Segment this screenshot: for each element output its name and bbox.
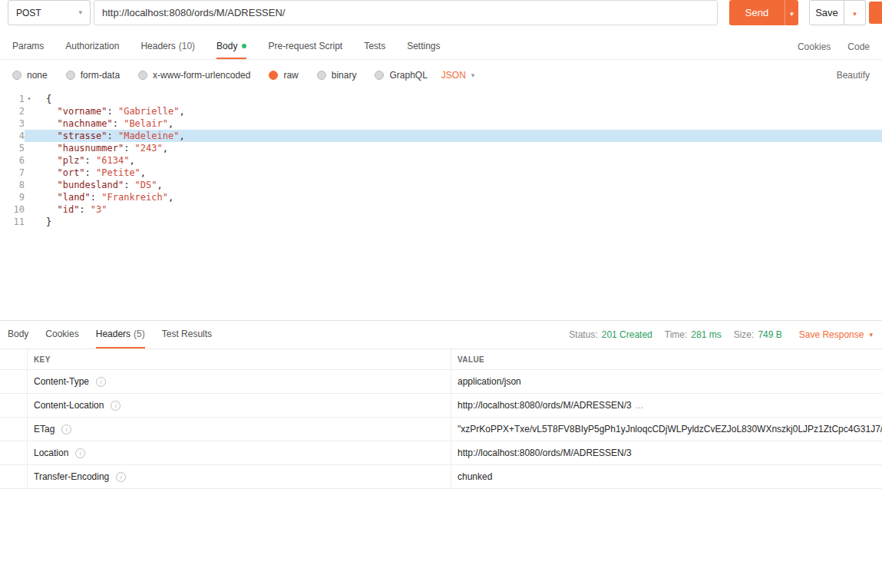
body-type-x-www-form-urlencoded[interactable]: x-www-form-urlencoded	[138, 70, 250, 81]
fold-spacer	[25, 203, 34, 216]
editor-line-6[interactable]: 6 "plz": "6134",	[0, 154, 882, 167]
tab-params[interactable]: Params	[12, 34, 44, 59]
method-select[interactable]: POST ▾	[8, 0, 91, 25]
header-row-content-type: Content-Typeiapplication/json	[0, 370, 882, 394]
radio-icon	[375, 71, 384, 80]
send-options-button[interactable]: ▾	[785, 0, 798, 25]
line-number: 1	[0, 93, 25, 105]
header-value: http://localhost:8080/ords/M/ADRESSEN/3	[458, 448, 632, 458]
tab-count: (10)	[179, 41, 195, 51]
body-editor[interactable]: 1▾{2 "vorname": "Gabrielle",3 "nachname"…	[0, 91, 882, 321]
save-options-button[interactable]: ▾	[844, 0, 866, 25]
fold-spacer	[25, 105, 34, 117]
body-filled-dot-icon	[242, 44, 246, 48]
chevron-down-icon: ▾	[869, 332, 873, 339]
cookies-link[interactable]: Cookies	[798, 41, 831, 52]
info-icon[interactable]: i	[116, 472, 126, 482]
fold-caret-icon[interactable]: ▾	[25, 93, 34, 105]
radio-label: GraphQL	[389, 70, 427, 81]
header-value-cell: http://localhost:8080/ords/M/ADRESSEN/3	[451, 441, 882, 464]
body-type-raw[interactable]: raw	[269, 70, 298, 81]
header-value-cell: http://localhost:8080/ords/M/ADRESSEN/3.…	[451, 394, 882, 417]
beautify-link[interactable]: Beautify	[837, 70, 870, 81]
header-key-cell: Content-Typei	[28, 370, 451, 393]
editor-line-3[interactable]: 3 "nachname": "Belair",	[0, 117, 882, 130]
line-number: 2	[0, 105, 25, 117]
tab-authorization[interactable]: Authorization	[65, 34, 119, 59]
line-number: 7	[0, 167, 25, 179]
row-gutter	[0, 394, 28, 417]
request-tabs: ParamsAuthorizationHeaders(10)BodyPre-re…	[12, 34, 441, 59]
language-select[interactable]: JSON ▾	[441, 70, 475, 81]
save-button[interactable]: Save	[809, 0, 844, 25]
header-key: ETag	[34, 424, 55, 434]
time-value: 281 ms	[691, 329, 721, 340]
send-button[interactable]: Send	[729, 0, 785, 25]
size-label: Size:	[734, 329, 755, 340]
status-label: Status:	[569, 329, 597, 340]
header-value-cell: application/json	[451, 370, 882, 393]
info-icon[interactable]: i	[61, 424, 71, 434]
code-link[interactable]: Code	[847, 41, 870, 52]
body-type-form-data[interactable]: form-data	[66, 70, 120, 81]
save-response-button[interactable]: Save Response ▾	[799, 329, 873, 340]
tab-label: Settings	[407, 41, 440, 51]
radio-icon	[66, 71, 75, 80]
radio-label: none	[27, 70, 48, 81]
line-number: 9	[0, 191, 25, 203]
body-type-graphql[interactable]: GraphQL	[375, 70, 427, 81]
tab-headers[interactable]: Headers(10)	[140, 34, 195, 59]
url-input[interactable]	[94, 0, 718, 25]
response-tab-body[interactable]: Body	[8, 321, 28, 349]
editor-line-2[interactable]: 2 "vorname": "Gabrielle",	[0, 105, 882, 117]
info-icon[interactable]: i	[75, 448, 85, 458]
header-key-cell: ETagi	[28, 418, 451, 441]
key-column-header: KEY	[28, 349, 451, 369]
cutoff-button[interactable]	[869, 2, 882, 24]
status-value: 201 Created	[602, 329, 652, 340]
line-body: "id": "3"	[25, 203, 882, 216]
editor-line-7[interactable]: 7 "ort": "Petite",	[0, 167, 882, 179]
tab-tests[interactable]: Tests	[364, 34, 385, 59]
value-column-header: VALUE	[451, 349, 882, 369]
time-label: Time:	[665, 329, 688, 340]
editor-line-4[interactable]: 4 "strasse": "Madeleine",	[0, 130, 882, 142]
editor-line-1[interactable]: 1▾{	[0, 93, 882, 105]
editor-line-11[interactable]: 11}	[0, 216, 882, 228]
line-number: 8	[0, 179, 25, 191]
chevron-down-icon: ▾	[853, 10, 857, 18]
line-number: 10	[0, 203, 25, 216]
tab-body[interactable]: Body	[216, 34, 246, 59]
tab-label: Cookies	[45, 329, 78, 339]
response-tab-cookies[interactable]: Cookies	[45, 321, 78, 349]
request-tabs-row: ParamsAuthorizationHeaders(10)BodyPre-re…	[0, 34, 882, 60]
row-gutter	[0, 441, 28, 464]
info-icon[interactable]: i	[111, 401, 121, 411]
response-headers-table: KEY VALUE Content-Typeiapplication/jsonC…	[0, 349, 882, 489]
editor-line-9[interactable]: 9 "land": "Frankreich",	[0, 191, 882, 203]
tab-settings[interactable]: Settings	[407, 34, 440, 59]
line-number: 3	[0, 117, 25, 130]
body-type-none[interactable]: none	[12, 70, 48, 81]
info-icon[interactable]: i	[96, 377, 106, 387]
radio-icon	[12, 71, 21, 80]
response-tab-test-results[interactable]: Test Results	[162, 321, 212, 349]
line-body: "plz": "6134",	[25, 154, 882, 167]
line-number: 4	[0, 130, 25, 142]
header-key: Content-Location	[34, 400, 104, 411]
tab-label: Test Results	[162, 329, 212, 339]
tab-pre-request-script[interactable]: Pre-request Script	[268, 34, 342, 59]
header-value: http://localhost:8080/ords/M/ADRESSEN/3	[458, 400, 632, 411]
code-text: }	[34, 216, 51, 228]
size-value: 749 B	[758, 329, 781, 340]
header-row-transfer-encoding: Transfer-Encodingichunked	[0, 465, 882, 489]
line-body: "bundesland": "DS",	[25, 179, 882, 191]
response-tab-headers[interactable]: Headers(5)	[96, 321, 145, 349]
editor-line-5[interactable]: 5 "hausnummer": "243",	[0, 142, 882, 154]
editor-line-10[interactable]: 10 "id": "3"	[0, 203, 882, 216]
chevron-down-icon: ▾	[471, 72, 475, 79]
postman-app: POST ▾ Send ▾ Save ▾ ParamsAuthorization…	[0, 0, 882, 588]
editor-line-8[interactable]: 8 "bundesland": "DS",	[0, 179, 882, 191]
body-type-bar: noneform-datax-www-form-urlencodedrawbin…	[0, 60, 882, 91]
body-type-binary[interactable]: binary	[317, 70, 357, 81]
